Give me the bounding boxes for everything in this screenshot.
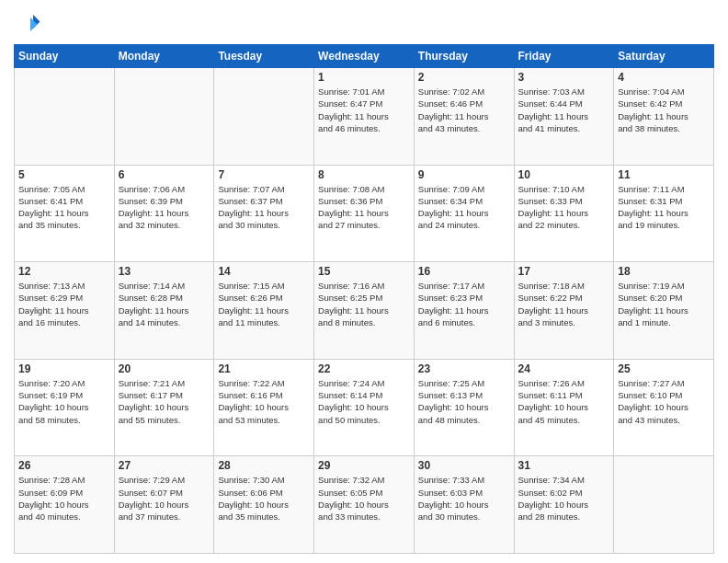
day-number: 16 bbox=[418, 265, 510, 278]
day-info: Sunrise: 7:26 AM Sunset: 6:11 PM Dayligh… bbox=[518, 377, 610, 426]
day-info: Sunrise: 7:21 AM Sunset: 6:17 PM Dayligh… bbox=[119, 377, 210, 426]
day-number: 2 bbox=[418, 71, 510, 84]
day-info: Sunrise: 7:07 AM Sunset: 6:37 PM Dayligh… bbox=[218, 183, 310, 232]
calendar-week-row: 26Sunrise: 7:28 AM Sunset: 6:09 PM Dayli… bbox=[15, 456, 714, 554]
table-row: 10Sunrise: 7:10 AM Sunset: 6:33 PM Dayli… bbox=[514, 165, 614, 262]
calendar-week-row: 5Sunrise: 7:05 AM Sunset: 6:41 PM Daylig… bbox=[15, 165, 714, 262]
table-row: 1Sunrise: 7:01 AM Sunset: 6:47 PM Daylig… bbox=[314, 68, 415, 166]
day-number: 14 bbox=[218, 265, 310, 278]
day-number: 22 bbox=[318, 362, 410, 375]
day-number: 8 bbox=[318, 168, 410, 181]
col-monday: Monday bbox=[114, 45, 214, 68]
day-number: 11 bbox=[618, 168, 710, 181]
day-number: 17 bbox=[518, 265, 610, 278]
table-row: 8Sunrise: 7:08 AM Sunset: 6:36 PM Daylig… bbox=[314, 165, 415, 262]
day-info: Sunrise: 7:16 AM Sunset: 6:25 PM Dayligh… bbox=[318, 280, 410, 328]
table-row: 25Sunrise: 7:27 AM Sunset: 6:10 PM Dayli… bbox=[614, 359, 714, 456]
logo-icon bbox=[14, 9, 41, 37]
day-info: Sunrise: 7:29 AM Sunset: 6:07 PM Dayligh… bbox=[119, 474, 210, 523]
table-row: 27Sunrise: 7:29 AM Sunset: 6:07 PM Dayli… bbox=[114, 456, 214, 554]
day-info: Sunrise: 7:34 AM Sunset: 6:02 PM Dayligh… bbox=[518, 474, 610, 523]
day-number: 9 bbox=[418, 168, 510, 181]
day-number: 27 bbox=[119, 459, 210, 472]
col-wednesday: Wednesday bbox=[314, 45, 415, 68]
day-info: Sunrise: 7:14 AM Sunset: 6:28 PM Dayligh… bbox=[119, 280, 210, 328]
day-number: 4 bbox=[618, 71, 710, 84]
day-info: Sunrise: 7:25 AM Sunset: 6:13 PM Dayligh… bbox=[418, 377, 510, 426]
day-number: 30 bbox=[418, 459, 510, 472]
table-row: 28Sunrise: 7:30 AM Sunset: 6:06 PM Dayli… bbox=[214, 456, 314, 554]
table-row: 20Sunrise: 7:21 AM Sunset: 6:17 PM Dayli… bbox=[114, 359, 214, 456]
day-info: Sunrise: 7:08 AM Sunset: 6:36 PM Dayligh… bbox=[318, 183, 410, 232]
page: Sunday Monday Tuesday Wednesday Thursday… bbox=[0, 0, 728, 563]
day-number: 1 bbox=[318, 71, 410, 84]
table-row bbox=[15, 68, 115, 166]
table-row: 29Sunrise: 7:32 AM Sunset: 6:05 PM Dayli… bbox=[314, 456, 415, 554]
day-number: 19 bbox=[18, 362, 110, 375]
calendar-week-row: 1Sunrise: 7:01 AM Sunset: 6:47 PM Daylig… bbox=[15, 68, 714, 166]
table-row: 9Sunrise: 7:09 AM Sunset: 6:34 PM Daylig… bbox=[414, 165, 514, 262]
day-number: 20 bbox=[119, 362, 210, 375]
day-number: 29 bbox=[318, 459, 410, 472]
day-info: Sunrise: 7:06 AM Sunset: 6:39 PM Dayligh… bbox=[119, 183, 210, 232]
calendar-week-row: 12Sunrise: 7:13 AM Sunset: 6:29 PM Dayli… bbox=[15, 262, 714, 360]
day-number: 28 bbox=[218, 459, 310, 472]
table-row: 19Sunrise: 7:20 AM Sunset: 6:19 PM Dayli… bbox=[15, 359, 115, 456]
day-number: 3 bbox=[518, 71, 610, 84]
day-info: Sunrise: 7:01 AM Sunset: 6:47 PM Dayligh… bbox=[318, 86, 410, 134]
table-row: 23Sunrise: 7:25 AM Sunset: 6:13 PM Dayli… bbox=[414, 359, 514, 456]
day-info: Sunrise: 7:04 AM Sunset: 6:42 PM Dayligh… bbox=[618, 86, 710, 134]
day-info: Sunrise: 7:33 AM Sunset: 6:03 PM Dayligh… bbox=[418, 474, 510, 523]
day-info: Sunrise: 7:09 AM Sunset: 6:34 PM Dayligh… bbox=[418, 183, 510, 232]
table-row: 13Sunrise: 7:14 AM Sunset: 6:28 PM Dayli… bbox=[114, 262, 214, 360]
table-row: 30Sunrise: 7:33 AM Sunset: 6:03 PM Dayli… bbox=[414, 456, 514, 554]
table-row: 21Sunrise: 7:22 AM Sunset: 6:16 PM Dayli… bbox=[214, 359, 314, 456]
day-info: Sunrise: 7:19 AM Sunset: 6:20 PM Dayligh… bbox=[618, 280, 710, 328]
table-row bbox=[614, 456, 714, 554]
day-number: 26 bbox=[18, 459, 110, 472]
day-number: 6 bbox=[119, 168, 210, 181]
day-info: Sunrise: 7:03 AM Sunset: 6:44 PM Dayligh… bbox=[518, 86, 610, 134]
col-sunday: Sunday bbox=[15, 45, 115, 68]
day-number: 15 bbox=[318, 265, 410, 278]
table-row: 11Sunrise: 7:11 AM Sunset: 6:31 PM Dayli… bbox=[614, 165, 714, 262]
table-row: 22Sunrise: 7:24 AM Sunset: 6:14 PM Dayli… bbox=[314, 359, 415, 456]
day-number: 24 bbox=[518, 362, 610, 375]
table-row bbox=[214, 68, 314, 166]
table-row: 17Sunrise: 7:18 AM Sunset: 6:22 PM Dayli… bbox=[514, 262, 614, 360]
day-info: Sunrise: 7:10 AM Sunset: 6:33 PM Dayligh… bbox=[518, 183, 610, 232]
day-info: Sunrise: 7:05 AM Sunset: 6:41 PM Dayligh… bbox=[18, 183, 110, 232]
day-info: Sunrise: 7:28 AM Sunset: 6:09 PM Dayligh… bbox=[18, 474, 110, 523]
col-friday: Friday bbox=[514, 45, 614, 68]
table-row: 31Sunrise: 7:34 AM Sunset: 6:02 PM Dayli… bbox=[514, 456, 614, 554]
table-row: 3Sunrise: 7:03 AM Sunset: 6:44 PM Daylig… bbox=[514, 68, 614, 166]
day-number: 7 bbox=[218, 168, 310, 181]
day-info: Sunrise: 7:13 AM Sunset: 6:29 PM Dayligh… bbox=[18, 280, 110, 328]
table-row: 6Sunrise: 7:06 AM Sunset: 6:39 PM Daylig… bbox=[114, 165, 214, 262]
day-info: Sunrise: 7:27 AM Sunset: 6:10 PM Dayligh… bbox=[618, 377, 710, 426]
day-info: Sunrise: 7:32 AM Sunset: 6:05 PM Dayligh… bbox=[318, 474, 410, 523]
day-number: 25 bbox=[618, 362, 710, 375]
table-row: 26Sunrise: 7:28 AM Sunset: 6:09 PM Dayli… bbox=[15, 456, 115, 554]
col-tuesday: Tuesday bbox=[214, 45, 314, 68]
day-number: 18 bbox=[618, 265, 710, 278]
logo bbox=[14, 9, 43, 37]
table-row: 2Sunrise: 7:02 AM Sunset: 6:46 PM Daylig… bbox=[414, 68, 514, 166]
table-row: 12Sunrise: 7:13 AM Sunset: 6:29 PM Dayli… bbox=[15, 262, 115, 360]
day-number: 12 bbox=[18, 265, 110, 278]
calendar-week-row: 19Sunrise: 7:20 AM Sunset: 6:19 PM Dayli… bbox=[15, 359, 714, 456]
table-row: 24Sunrise: 7:26 AM Sunset: 6:11 PM Dayli… bbox=[514, 359, 614, 456]
day-number: 13 bbox=[119, 265, 210, 278]
day-number: 10 bbox=[518, 168, 610, 181]
day-info: Sunrise: 7:18 AM Sunset: 6:22 PM Dayligh… bbox=[518, 280, 610, 328]
col-saturday: Saturday bbox=[614, 45, 714, 68]
col-thursday: Thursday bbox=[414, 45, 514, 68]
calendar-table: Sunday Monday Tuesday Wednesday Thursday… bbox=[14, 44, 714, 554]
day-info: Sunrise: 7:17 AM Sunset: 6:23 PM Dayligh… bbox=[418, 280, 510, 328]
table-row: 15Sunrise: 7:16 AM Sunset: 6:25 PM Dayli… bbox=[314, 262, 415, 360]
day-number: 5 bbox=[18, 168, 110, 181]
day-info: Sunrise: 7:15 AM Sunset: 6:26 PM Dayligh… bbox=[218, 280, 310, 328]
day-number: 23 bbox=[418, 362, 510, 375]
day-info: Sunrise: 7:20 AM Sunset: 6:19 PM Dayligh… bbox=[18, 377, 110, 426]
table-row bbox=[114, 68, 214, 166]
